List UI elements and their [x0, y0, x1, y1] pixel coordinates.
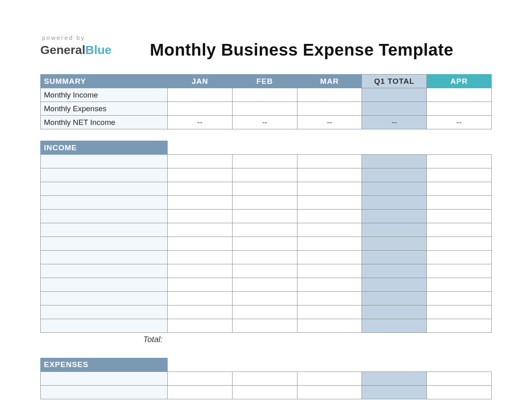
- data-row: [41, 319, 492, 333]
- cell-jan[interactable]: [168, 102, 233, 116]
- row-label[interactable]: [41, 168, 168, 182]
- cell-apr[interactable]: [427, 264, 492, 278]
- cell-apr[interactable]: [427, 223, 492, 237]
- cell-mar[interactable]: [297, 251, 362, 264]
- data-row: [41, 155, 492, 168]
- cell-jan[interactable]: --: [168, 116, 233, 129]
- cell-feb[interactable]: [232, 305, 297, 319]
- row-label[interactable]: [41, 385, 168, 399]
- cell-feb[interactable]: [232, 182, 297, 196]
- cell-feb[interactable]: [232, 102, 297, 116]
- cell-mar[interactable]: [297, 319, 362, 333]
- row-label[interactable]: [41, 292, 168, 305]
- row-label[interactable]: [41, 278, 168, 292]
- cell-mar[interactable]: [297, 385, 362, 399]
- cell-jan[interactable]: [168, 196, 233, 210]
- cell-feb[interactable]: [232, 196, 297, 210]
- page-title: Monthly Business Expense Template: [112, 40, 492, 60]
- row-label[interactable]: [41, 155, 168, 168]
- cell-jan[interactable]: [168, 278, 233, 292]
- cell-feb[interactable]: [232, 385, 297, 399]
- cell-jan[interactable]: [168, 372, 233, 385]
- cell-apr[interactable]: [427, 155, 492, 168]
- cell-apr[interactable]: [427, 385, 492, 399]
- row-label[interactable]: [41, 237, 168, 251]
- cell-apr[interactable]: [427, 319, 492, 333]
- row-label[interactable]: [41, 319, 168, 333]
- row-label[interactable]: [41, 223, 168, 237]
- cell-jan[interactable]: [168, 155, 233, 168]
- row-label[interactable]: [41, 372, 168, 385]
- cell-feb[interactable]: [232, 372, 297, 385]
- cell-mar[interactable]: [297, 182, 362, 196]
- blank: [232, 141, 297, 155]
- cell-jan[interactable]: [168, 210, 233, 223]
- cell-feb[interactable]: [232, 210, 297, 223]
- data-row: [41, 292, 492, 305]
- cell-jan[interactable]: [168, 319, 233, 333]
- cell-apr[interactable]: [427, 210, 492, 223]
- summary-row-label: Monthly Expenses: [41, 102, 168, 116]
- brand-logo: powered by GeneralBlue: [40, 35, 112, 56]
- data-row: [41, 196, 492, 210]
- cell-jan[interactable]: [168, 292, 233, 305]
- cell-feb[interactable]: [232, 237, 297, 251]
- cell-mar[interactable]: [297, 196, 362, 210]
- cell-mar[interactable]: --: [297, 116, 362, 129]
- cell-mar[interactable]: [297, 88, 362, 102]
- cell-apr[interactable]: [427, 251, 492, 264]
- cell-jan[interactable]: [168, 237, 233, 251]
- cell-mar[interactable]: [297, 264, 362, 278]
- cell-mar[interactable]: [297, 210, 362, 223]
- cell-mar[interactable]: [297, 155, 362, 168]
- cell-apr[interactable]: [427, 372, 492, 385]
- cell-jan[interactable]: [168, 223, 233, 237]
- cell-mar[interactable]: [297, 305, 362, 319]
- row-label[interactable]: [41, 196, 168, 210]
- cell-jan[interactable]: [168, 305, 233, 319]
- cell-jan[interactable]: [168, 88, 233, 102]
- cell-feb[interactable]: [232, 278, 297, 292]
- cell-mar[interactable]: [297, 168, 362, 182]
- cell-apr[interactable]: [427, 237, 492, 251]
- row-label[interactable]: [41, 210, 168, 223]
- cell-apr[interactable]: [427, 292, 492, 305]
- cell-mar[interactable]: [297, 237, 362, 251]
- cell-feb[interactable]: [232, 155, 297, 168]
- cell-jan[interactable]: [168, 385, 233, 399]
- cell-apr[interactable]: [427, 278, 492, 292]
- blank: [297, 333, 362, 347]
- cell-apr[interactable]: [427, 196, 492, 210]
- cell-feb[interactable]: --: [232, 116, 297, 129]
- cell-feb[interactable]: [232, 264, 297, 278]
- cell-jan[interactable]: [168, 264, 233, 278]
- cell-feb[interactable]: [232, 251, 297, 264]
- cell-mar[interactable]: [297, 102, 362, 116]
- income-header: INCOME: [41, 141, 168, 155]
- row-label[interactable]: [41, 305, 168, 319]
- cell-jan[interactable]: [168, 182, 233, 196]
- cell-apr[interactable]: [427, 305, 492, 319]
- cell-feb[interactable]: [232, 319, 297, 333]
- cell-apr[interactable]: --: [427, 116, 492, 129]
- cell-apr[interactable]: [427, 88, 492, 102]
- cell-apr[interactable]: [427, 102, 492, 116]
- row-label[interactable]: [41, 264, 168, 278]
- cell-apr[interactable]: [427, 168, 492, 182]
- blank: [427, 333, 492, 347]
- cell-feb[interactable]: [232, 292, 297, 305]
- cell-mar[interactable]: [297, 372, 362, 385]
- cell-jan[interactable]: [168, 251, 233, 264]
- cell-jan[interactable]: [168, 168, 233, 182]
- row-label[interactable]: [41, 182, 168, 196]
- cell-apr[interactable]: [427, 182, 492, 196]
- cell-feb[interactable]: [232, 223, 297, 237]
- cell-feb[interactable]: [232, 88, 297, 102]
- cell-mar[interactable]: [297, 223, 362, 237]
- blank: [362, 358, 427, 372]
- cell-mar[interactable]: [297, 278, 362, 292]
- powered-by-text: powered by: [40, 35, 112, 42]
- cell-feb[interactable]: [232, 168, 297, 182]
- row-label[interactable]: [41, 251, 168, 264]
- cell-mar[interactable]: [297, 292, 362, 305]
